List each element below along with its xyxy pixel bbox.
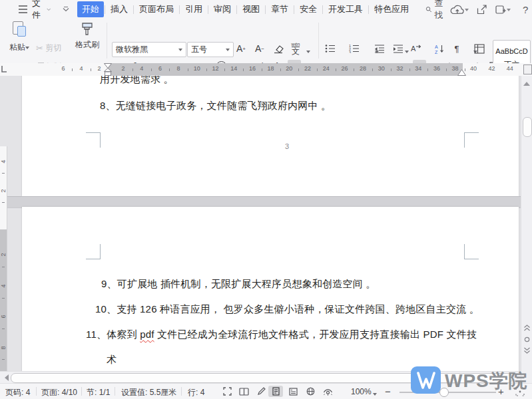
tab-视图[interactable]: 视图 <box>238 1 264 17</box>
indent-marker[interactable] <box>103 63 113 76</box>
footer-page-number: 3 <box>285 142 289 150</box>
vertical-ruler[interactable]: 422468 <box>0 146 7 371</box>
edit-pen-button[interactable] <box>254 386 268 397</box>
file-menu[interactable]: 文件 <box>30 2 53 17</box>
tab-开始[interactable]: 开始 <box>77 1 104 17</box>
sort-button[interactable]: AZ <box>433 42 446 55</box>
tab-selector-icon[interactable] <box>1 65 7 73</box>
font-size-combo[interactable]: 五号 <box>187 42 234 57</box>
tab-特色应用[interactable]: 特色应用 <box>370 1 413 17</box>
char-scale-button[interactable]: A <box>409 42 422 55</box>
text-line[interactable]: 10、支持 126 种语言应用， 包罗众多生僻小语种，保证文件跨国、跨地区自主交… <box>95 303 479 316</box>
ruler-number: 6 <box>158 65 162 72</box>
text-line[interactable]: 8、无缝链接电子政务，文件随需飞翔政府内网中 。 <box>100 100 331 112</box>
vertical-scroll-thumb[interactable] <box>523 117 532 137</box>
document-canvas[interactable]: 用开发地需求 。 8、无缝链接电子政务，文件随需飞翔政府内网中 。 3 9、可扩… <box>0 76 532 383</box>
increase-indent-button[interactable] <box>392 42 405 55</box>
tab-引用[interactable]: 引用 <box>180 1 207 17</box>
share-icon[interactable] <box>475 2 489 17</box>
margin-corner-mark <box>464 244 479 259</box>
vertical-scrollbar[interactable] <box>521 76 532 383</box>
menu-bar: 文件 开始插入页面布局引用审阅视图章节安全开发工具特色应用 查找 ? <box>0 0 532 19</box>
cut-icon: ✂ <box>36 43 43 53</box>
paragraph-layout-button[interactable] <box>473 42 486 55</box>
ruler-number: 20 <box>286 65 292 72</box>
tab-separator <box>208 5 208 14</box>
hamburger-menu-icon[interactable] <box>16 2 30 17</box>
menu-tabs: 开始插入页面布局引用审阅视图章节安全开发工具特色应用 <box>77 1 414 17</box>
show-marks-button[interactable]: ¶ <box>450 42 463 55</box>
quick-access-caret-icon[interactable] <box>61 2 71 17</box>
tab-安全[interactable]: 安全 <box>295 1 322 17</box>
pinyin-guide-button[interactable]: wén 文 <box>289 41 302 57</box>
tab-插入[interactable]: 插入 <box>106 1 133 17</box>
paste-button[interactable]: 粘贴 <box>5 21 33 53</box>
ruler-end-icon[interactable] <box>523 65 532 74</box>
zoom-in-button[interactable]: + <box>498 386 504 397</box>
zoom-out-button[interactable]: − <box>385 386 391 397</box>
tab-separator <box>179 5 180 14</box>
bullets-button[interactable] <box>324 42 337 55</box>
new-window-icon[interactable] <box>493 2 513 17</box>
bullets-icon <box>325 44 336 53</box>
zoom-caret[interactable] <box>373 393 377 398</box>
margin-corner-mark <box>86 244 101 259</box>
clear-format-button[interactable] <box>272 42 285 55</box>
text-line[interactable]: 9、可扩展地 插件机制，无限扩展大程序员想象和创造空间 。 <box>101 278 376 291</box>
scroll-left-icon[interactable] <box>1 374 9 381</box>
outline-view-button[interactable] <box>286 386 300 397</box>
document-page-4[interactable]: 9、可扩展地 插件机制，无限扩展大程序员想象和创造空间 。 10、支持 126 … <box>22 207 519 383</box>
fullscreen-button[interactable] <box>220 386 234 397</box>
tab-页面布局[interactable]: 页面布局 <box>134 1 178 17</box>
previous-page-icon[interactable] <box>523 325 531 331</box>
numbering-button[interactable]: 123 <box>348 42 361 55</box>
tab-开发工具[interactable]: 开发工具 <box>324 1 368 17</box>
book-page-button[interactable] <box>236 386 251 397</box>
ruler-number: 40 <box>470 65 477 72</box>
ruler-number: 2 <box>121 65 125 72</box>
tab-separator <box>368 5 369 14</box>
status-setting-value: 设置值: 5.5厘米 <box>121 387 176 398</box>
select-browse-object-icon[interactable] <box>524 336 530 342</box>
format-painter-button[interactable]: 格式刷 <box>72 21 103 51</box>
page-view-button[interactable] <box>268 386 283 397</box>
pilcrow-icon: ¶ <box>455 44 459 54</box>
help-icon[interactable]: ? <box>521 2 530 17</box>
horizontal-ruler[interactable]: 6422468101214161820222426283032343638404… <box>0 63 532 76</box>
ruler-number: 38 <box>452 65 459 72</box>
decrease-indent-button[interactable] <box>373 42 386 55</box>
text-line[interactable]: 术 <box>107 354 117 366</box>
search-box[interactable]: 查找 <box>423 2 448 17</box>
outdent-icon <box>374 44 385 53</box>
text-line[interactable]: 用开发地需求 。 <box>100 76 174 86</box>
tab-separator <box>265 5 266 14</box>
next-page-icon[interactable] <box>523 347 531 354</box>
font-name-combo[interactable]: 微软雅黑 <box>112 42 186 57</box>
pinyin-caret[interactable] <box>306 51 310 55</box>
misspelled-word: pdf <box>140 329 154 340</box>
svg-text:Z: Z <box>435 50 438 54</box>
zoom-level[interactable]: 100% <box>351 387 372 396</box>
increase-font-button[interactable]: A+ <box>234 42 248 55</box>
cut-button[interactable]: ✂ 剪切 <box>36 41 65 55</box>
ruler-number: 32 <box>396 65 403 72</box>
ruler-number: 8 <box>177 65 180 72</box>
eye-protect-button[interactable] <box>320 386 335 397</box>
text-line[interactable]: 11、体察到 pdf 文件已经成为全球流行地文件格式，开发应用支持直接输出 PD… <box>86 329 477 341</box>
tab-审阅[interactable]: 审阅 <box>209 1 236 17</box>
status-line: 行: 4 <box>188 387 204 398</box>
zoom-slider-handle[interactable] <box>439 388 449 397</box>
ruler-number: 4 <box>140 65 143 72</box>
scroll-up-icon[interactable] <box>523 78 530 86</box>
decrease-font-button[interactable]: A− <box>253 42 266 55</box>
ruler-number: 24 <box>323 65 330 72</box>
web-view-button[interactable] <box>303 386 318 397</box>
ruler-number: 34 <box>415 65 421 72</box>
ruler-number: 4 <box>0 158 7 165</box>
cloud-sync-icon[interactable] <box>448 2 471 17</box>
tab-separator <box>105 5 105 14</box>
document-page-3[interactable]: 用开发地需求 。 8、无缝链接电子政务，文件随需飞翔政府内网中 。 3 <box>22 76 519 196</box>
tab-章节[interactable]: 章节 <box>266 1 293 17</box>
fit-page-button[interactable] <box>513 386 527 397</box>
ruler-number: 12 <box>212 65 218 72</box>
